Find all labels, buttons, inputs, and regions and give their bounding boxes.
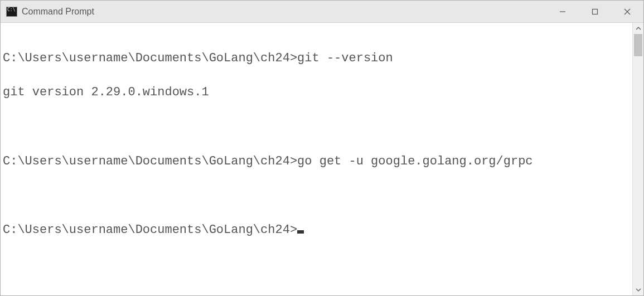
- output-text: git version 2.29.0.windows.1: [3, 85, 209, 99]
- window-controls: [546, 1, 643, 22]
- scroll-down-button[interactable]: [633, 284, 643, 295]
- command-text: go get -u google.golang.org/grpc: [297, 154, 532, 168]
- svg-rect-1: [593, 9, 598, 14]
- close-button[interactable]: [611, 1, 643, 22]
- minimize-button[interactable]: [546, 1, 579, 22]
- close-icon: [624, 8, 631, 15]
- content-area: C:\Users\username\Documents\GoLang\ch24>…: [1, 23, 643, 295]
- terminal-line: [3, 187, 630, 205]
- prompt-text: C:\Users\username\Documents\GoLang\ch24>: [3, 154, 297, 168]
- scrollbar-thumb[interactable]: [634, 34, 642, 56]
- cursor: [297, 230, 304, 234]
- minimize-icon: [559, 8, 566, 15]
- terminal-line: [3, 119, 630, 136]
- terminal-line: C:\Users\username\Documents\GoLang\ch24>…: [3, 50, 630, 67]
- terminal-output[interactable]: C:\Users\username\Documents\GoLang\ch24>…: [1, 23, 632, 295]
- terminal-line: C:\Users\username\Documents\GoLang\ch24>…: [3, 153, 630, 171]
- vertical-scrollbar[interactable]: [632, 23, 643, 295]
- command-text: git --version: [297, 51, 393, 65]
- chevron-down-icon: [636, 287, 641, 293]
- command-prompt-window: Command Prompt C:\Users\username\Documen…: [0, 0, 644, 296]
- cmd-icon: [6, 7, 17, 17]
- maximize-button[interactable]: [579, 1, 611, 22]
- scrollbar-track[interactable]: [633, 34, 643, 284]
- chevron-up-icon: [636, 26, 641, 31]
- scroll-up-button[interactable]: [633, 23, 643, 34]
- maximize-icon: [592, 8, 598, 15]
- terminal-line: C:\Users\username\Documents\GoLang\ch24>: [3, 222, 630, 239]
- window-title: Command Prompt: [22, 7, 94, 17]
- terminal-line: git version 2.29.0.windows.1: [3, 84, 630, 101]
- prompt-text: C:\Users\username\Documents\GoLang\ch24>: [3, 223, 297, 237]
- prompt-text: C:\Users\username\Documents\GoLang\ch24>: [3, 51, 297, 65]
- titlebar[interactable]: Command Prompt: [1, 1, 643, 23]
